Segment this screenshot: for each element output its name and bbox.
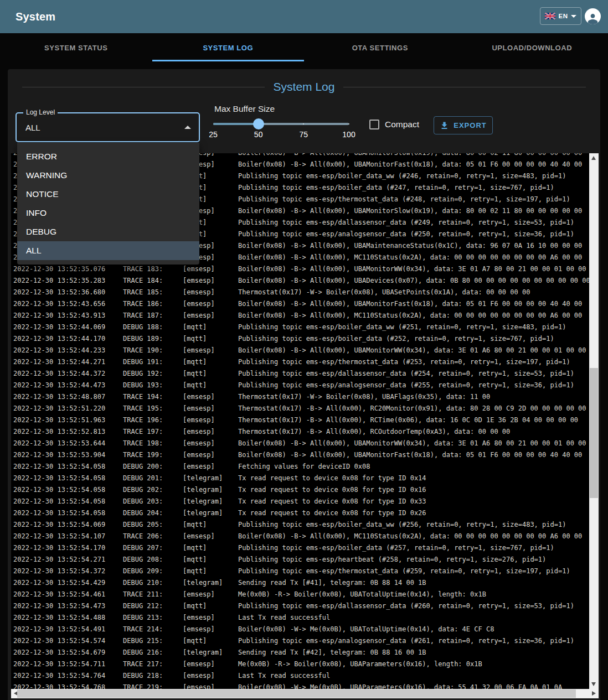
log-timestamp: 2022-12-30 13:52:54.271	[13, 554, 123, 566]
log-row: 2022-12-30 13:52:48.807 TRACE 194: [emse…	[11, 391, 599, 403]
log-timestamp: 2022-12-30 13:52:54.107	[13, 531, 123, 542]
log-row: 2022-12-30 13:52:54.429 DEBUG 210: [tele…	[11, 577, 599, 589]
account-button[interactable]	[585, 8, 601, 24]
log-row: 2022-12-30 13:52:44.069 DEBUG 188: [mqtt…	[11, 322, 599, 333]
tab-upload-download[interactable]: UPLOAD/DOWNLOAD	[456, 33, 608, 62]
log-row: 2022-12-30 13:52:51.220 TRACE 195: [emse…	[11, 403, 599, 414]
vertical-scrollbar[interactable]	[589, 153, 599, 689]
log-message: Boiler(0x08) -B-> All(0x00), MC110Status…	[238, 531, 599, 542]
log-level: DEBUG 203:	[123, 496, 183, 507]
log-source-tag: [emsesp]	[183, 531, 238, 542]
log-timestamp: 2022-12-30 13:52:53.644	[13, 438, 123, 449]
log-timestamp: 2022-12-30 13:52:54.429	[13, 577, 123, 589]
log-timestamp: 2022-12-30 13:52:43.913	[13, 310, 123, 322]
log-timestamp: 2022-12-30 13:52:43.656	[13, 298, 123, 310]
log-message: Sending read Tx [#41], telegram: 0B 88 1…	[238, 577, 599, 589]
divider	[343, 87, 586, 87]
slider-mark-labels: 255075100	[213, 130, 349, 140]
log-row: 2022-12-30 13:52:54.461 TRACE 211: [emse…	[11, 589, 599, 600]
log-level: TRACE 211:	[123, 589, 183, 600]
log-level: TRACE 196:	[123, 414, 183, 426]
log-message: Publishing topic ems-esp/dallassensor_da…	[238, 217, 599, 229]
log-message: Boiler(0x08) -B-> All(0x00), UBAMaintena…	[238, 240, 599, 252]
log-level: DEBUG 212:	[123, 600, 183, 612]
log-level-select[interactable]: Log Level ALL	[16, 112, 200, 142]
log-level: TRACE 197:	[123, 426, 183, 438]
log-level: TRACE 219:	[123, 682, 183, 689]
log-level-option-debug[interactable]: DEBUG	[17, 222, 199, 241]
scroll-down-arrow-icon[interactable]	[591, 682, 596, 686]
max-buffer-size-slider[interactable]	[213, 118, 349, 131]
tab-system-log[interactable]: SYSTEM LOG	[152, 33, 305, 62]
log-message: Boiler(0x08) -B-> All(0x00), UBAMonitorF…	[238, 298, 599, 310]
log-level-option-error[interactable]: ERROR	[17, 147, 199, 166]
compact-checkbox[interactable]	[369, 120, 379, 129]
export-button[interactable]: EXPORT	[434, 116, 493, 134]
log-level-option-notice[interactable]: NOTICE	[17, 185, 199, 204]
log-timestamp: 2022-12-30 13:52:53.904	[13, 449, 123, 461]
scroll-right-arrow-icon[interactable]	[592, 691, 596, 696]
log-source-tag: [telegram]	[183, 577, 238, 589]
log-message: Publishing topic ems-esp/thermostat_data…	[238, 194, 599, 205]
log-level: DEBUG 200:	[123, 461, 183, 473]
log-level-option-warning[interactable]: WARNING	[17, 166, 199, 185]
log-level: DEBUG 210:	[123, 577, 183, 589]
log-source-tag: [emsesp]	[183, 670, 238, 682]
max-buffer-size-label: Max Buffer Size	[214, 104, 275, 114]
log-level-option-info[interactable]: INFO	[17, 204, 199, 222]
slider-mark-label: 50	[254, 130, 263, 139]
log-source-tag: [emsesp]	[183, 438, 238, 449]
log-timestamp: 2022-12-30 13:52:44.473	[13, 380, 123, 391]
tab-ota-settings[interactable]: OTA SETTINGS	[304, 33, 456, 62]
log-source-tag: [emsesp]	[183, 589, 238, 600]
log-message: Boiler(0x08) -B-> All(0x00), UBADevices(…	[238, 275, 599, 287]
log-level: DEBUG 209:	[123, 566, 183, 577]
active-tab-indicator	[152, 60, 305, 61]
log-timestamp: 2022-12-30 13:52:44.069	[13, 322, 123, 333]
log-source-tag: [emsesp]	[183, 624, 238, 635]
log-level: TRACE 183:	[123, 263, 183, 275]
slider-thumb[interactable]	[253, 118, 264, 129]
log-source-tag: [emsesp]	[183, 461, 238, 473]
compact-label: Compact	[385, 120, 419, 129]
tab-system-status[interactable]: SYSTEM STATUS	[0, 33, 152, 62]
log-level: DEBUG 189:	[123, 333, 183, 345]
log-row: 2022-12-30 13:52:53.644 TRACE 198: [emse…	[11, 438, 599, 449]
log-level-option-all[interactable]: ALL	[17, 241, 199, 260]
log-message: Publishing topic ems-esp/dallassensor_da…	[238, 368, 599, 380]
log-level: DEBUG 218:	[123, 670, 183, 682]
log-row: 2022-12-30 13:52:54.679 DEBUG 216: [tele…	[11, 647, 599, 658]
horizontal-scrollbar[interactable]	[11, 689, 599, 698]
log-row: 2022-12-30 13:52:54.058 DEBUG 200: [emse…	[11, 461, 599, 473]
vertical-scrollbar-thumb[interactable]	[590, 368, 598, 498]
log-message: Fetching values for deviceID 0x08	[238, 461, 599, 473]
log-source-tag: [telegram]	[183, 473, 238, 484]
app-title: System	[16, 11, 55, 23]
log-row: 2022-12-30 13:52:54.764 DEBUG 218: [emse…	[11, 670, 599, 682]
horizontal-scrollbar-thumb[interactable]	[17, 689, 576, 698]
log-source-tag: [emsesp]	[183, 310, 238, 322]
language-selector-button[interactable]: EN	[540, 7, 581, 25]
log-message: Tx read request to device 0x08 for type …	[238, 484, 599, 496]
log-row: 2022-12-30 13:52:51.963 TRACE 196: [emse…	[11, 414, 599, 426]
log-source-tag: [emsesp]	[183, 403, 238, 414]
log-level: TRACE 187:	[123, 310, 183, 322]
log-source-tag: [emsesp]	[183, 426, 238, 438]
log-row: 2022-12-30 13:52:35.283 TRACE 184: [emse…	[11, 275, 599, 287]
scroll-up-arrow-icon[interactable]	[591, 156, 596, 160]
log-level: DEBUG 192:	[123, 368, 183, 380]
log-source-tag: [emsesp]	[183, 298, 238, 310]
log-source-tag: [emsesp]	[183, 275, 238, 287]
log-message: Boiler(0x08) -B-> All(0x00), UBAMonitorW…	[238, 438, 599, 449]
log-row: 2022-12-30 13:52:54.491 TRACE 214: [emse…	[11, 624, 599, 635]
log-message: Boiler(0x08) -B-> All(0x00), MC110Status…	[238, 310, 599, 322]
log-level: DEBUG 204:	[123, 507, 183, 519]
slider-mark-label: 75	[300, 130, 308, 139]
log-source-tag: [mqtt]	[183, 322, 238, 333]
log-row: 2022-12-30 13:52:54.170 DEBUG 207: [mqtt…	[11, 542, 599, 554]
log-timestamp: 2022-12-30 13:52:54.679	[13, 647, 123, 658]
log-level: DEBUG 188:	[123, 322, 183, 333]
slider-mark-label: 100	[342, 130, 355, 139]
log-row: 2022-12-30 13:52:43.656 TRACE 186: [emse…	[11, 298, 599, 310]
language-code: EN	[559, 13, 568, 19]
